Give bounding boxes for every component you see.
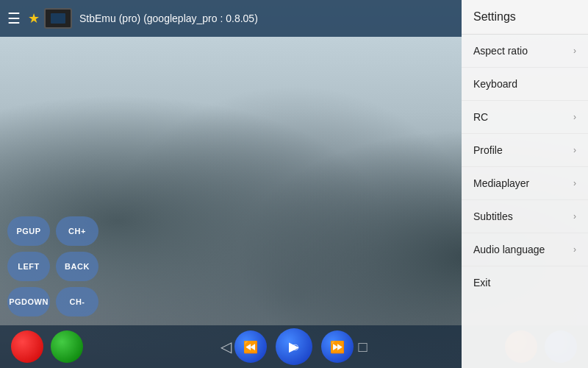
ctrl-btn-left[interactable]: LEFT xyxy=(7,252,50,281)
menu-icon[interactable]: ☰ xyxy=(7,10,21,27)
home-nav-button[interactable]: ○ xyxy=(290,339,299,355)
menu-item-label-4: Mediaplayer xyxy=(473,177,573,189)
menu-item-arrow-6: › xyxy=(573,244,576,255)
controls-overlay: PGUPCH+LEFTBACKPGDOWNCH- xyxy=(0,209,147,324)
red-button[interactable] xyxy=(11,330,43,363)
menu-item-subtitles[interactable]: Subtitles› xyxy=(462,200,588,233)
toolbar: ☰ ★ StbEmu (pro) (googleplay_pro : 0.8.0… xyxy=(0,0,462,37)
recent-nav-button[interactable]: □ xyxy=(359,339,368,355)
ctrl-btn-ch+[interactable]: CH+ xyxy=(56,216,98,246)
ctrl-btn-pgup[interactable]: PGUP xyxy=(7,216,50,246)
menu-item-label-6: Audio language xyxy=(473,244,573,255)
menu-item-audio-language[interactable]: Audio language› xyxy=(462,233,588,266)
menu-item-label-0: Aspect ratio xyxy=(473,45,573,57)
back-nav-button[interactable]: ◁ xyxy=(220,338,232,355)
menu-item-arrow-5: › xyxy=(573,211,576,222)
menu-item-profile[interactable]: Profile› xyxy=(462,134,588,167)
menu-item-label-5: Subtitles xyxy=(473,210,573,222)
ctrl-btn-pgdown[interactable]: PGDOWN xyxy=(7,287,50,316)
menu-item-arrow-2: › xyxy=(573,112,576,122)
menu-item-rc[interactable]: RC› xyxy=(462,101,588,134)
menu-item-keyboard[interactable]: Keyboard xyxy=(462,68,588,101)
menu-item-mediaplayer[interactable]: Mediaplayer› xyxy=(462,167,588,200)
menu-item-exit[interactable]: Exit xyxy=(462,266,588,299)
menu-items: Aspect ratio›KeyboardRC›Profile›Mediapla… xyxy=(462,35,588,299)
fastforward-button[interactable]: ⏩ xyxy=(321,330,354,363)
menu-item-arrow-0: › xyxy=(573,46,576,56)
tv-icon xyxy=(44,8,72,29)
menu-item-label-2: RC xyxy=(473,111,573,123)
ctrl-btn-back[interactable]: BACK xyxy=(56,252,98,281)
menu-item-aspect-ratio[interactable]: Aspect ratio› xyxy=(462,35,588,68)
settings-menu: Settings Aspect ratio›KeyboardRC›Profile… xyxy=(462,0,588,368)
rewind-button[interactable]: ⏪ xyxy=(234,330,267,363)
settings-header: Settings xyxy=(462,0,588,35)
green-button[interactable] xyxy=(51,330,83,363)
star-icon: ★ xyxy=(28,10,40,26)
bottom-left-buttons xyxy=(11,330,83,363)
menu-item-label-7: Exit xyxy=(473,277,576,289)
ctrl-btn-ch-[interactable]: CH- xyxy=(56,287,98,316)
menu-item-label-1: Keyboard xyxy=(473,78,576,90)
menu-item-arrow-3: › xyxy=(573,145,576,155)
app-title: StbEmu (pro) (googleplay_pro : 0.8.05) xyxy=(79,13,258,24)
menu-item-label-3: Profile xyxy=(473,144,573,156)
menu-item-arrow-4: › xyxy=(573,178,576,188)
